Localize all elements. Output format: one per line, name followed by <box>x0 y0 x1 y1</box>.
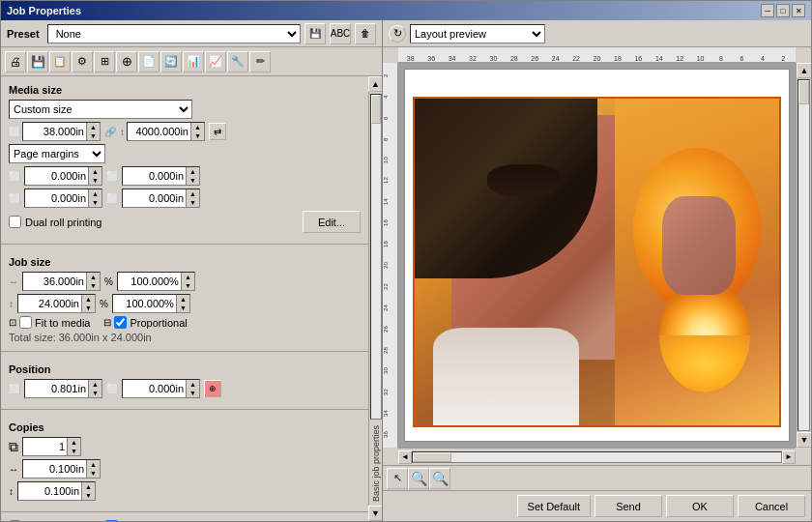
job-height-pct-input[interactable] <box>113 295 176 312</box>
job-width-down[interactable]: ▼ <box>86 281 100 290</box>
page-range-checkbox[interactable] <box>9 520 21 521</box>
h-gap-input[interactable] <box>23 460 86 478</box>
media-width-up[interactable]: ▲ <box>86 123 100 131</box>
copies-down[interactable]: ▼ <box>67 447 80 455</box>
job-height-pct-up[interactable]: ▲ <box>176 295 189 304</box>
v-gap-input[interactable] <box>18 482 81 500</box>
pos-y-down[interactable]: ▼ <box>186 389 199 397</box>
margin-left-up[interactable]: ▲ <box>186 189 199 198</box>
minimize-button[interactable]: ─ <box>761 4 774 17</box>
job-width-up[interactable]: ▲ <box>86 273 100 281</box>
margin-top-input[interactable] <box>25 167 88 185</box>
pos-y-input[interactable] <box>123 380 186 397</box>
h-scroll-left[interactable]: ◄ <box>398 450 412 464</box>
margin-left-icon: ⬜ <box>106 193 118 204</box>
tb-btn-1[interactable]: 🖨 <box>5 51 26 72</box>
tb-btn-4[interactable]: ⚙ <box>72 51 93 72</box>
copies-up[interactable]: ▲ <box>67 438 80 447</box>
close-button[interactable]: ✕ <box>792 4 805 17</box>
tb-btn-2[interactable]: 💾 <box>27 51 48 72</box>
scroll-down-btn[interactable]: ▼ <box>368 506 383 521</box>
preset-abc-btn[interactable]: ABC <box>330 23 351 44</box>
copies-input[interactable] <box>23 438 67 455</box>
tb-btn-8[interactable]: 🔄 <box>160 51 182 72</box>
job-width-input[interactable] <box>23 273 86 290</box>
media-section-title: Media size <box>9 84 361 96</box>
margin-left-input[interactable] <box>123 189 186 207</box>
h-scroll-right[interactable]: ► <box>782 450 796 464</box>
main-toolbar: 🖨 💾 📋 ⚙ ⊞ ⊕ 📄 🔄 📊 📈 🔧 ✏ <box>1 47 382 76</box>
margin-bottom-up[interactable]: ▲ <box>88 189 102 198</box>
preview-select[interactable]: Layout preview Print preview <box>410 24 545 44</box>
h-gap-up[interactable]: ▲ <box>86 460 100 469</box>
pos-x-up[interactable]: ▲ <box>88 380 102 389</box>
preset-delete-btn[interactable]: 🗑 <box>355 23 376 44</box>
v-scroll-down[interactable]: ▼ <box>797 432 811 448</box>
pos-anchor-btn[interactable]: ⊕ <box>204 380 221 397</box>
job-width-pct-spin: ▲ ▼ <box>117 272 195 291</box>
tb-btn-9[interactable]: 📊 <box>183 51 204 72</box>
preset-select[interactable]: None <box>47 24 301 44</box>
tb-btn-12[interactable]: ✏ <box>249 51 271 72</box>
pos-x-down[interactable]: ▼ <box>88 389 102 397</box>
select-tool-btn[interactable]: ↖ <box>387 468 408 489</box>
margin-bottom-down[interactable]: ▼ <box>88 198 102 207</box>
margin-right-up[interactable]: ▲ <box>186 167 199 176</box>
tb-btn-5[interactable]: ⊞ <box>94 51 115 72</box>
h-scroll-thumb[interactable] <box>413 452 451 462</box>
scroll-thumb[interactable] <box>371 95 381 124</box>
v-gap-up[interactable]: ▲ <box>81 482 95 491</box>
preset-bar: Preset None 💾 ABC 🗑 <box>1 20 382 47</box>
margin-bottom-input[interactable] <box>25 189 88 207</box>
media-height-down[interactable]: ▼ <box>190 131 204 140</box>
proportional-checkbox[interactable] <box>114 316 127 329</box>
media-height-up[interactable]: ▲ <box>190 123 204 131</box>
swap-dims-btn[interactable]: ⇄ <box>209 123 226 140</box>
media-size-select[interactable]: Custom size <box>9 100 192 119</box>
margin-right-input[interactable] <box>123 167 186 185</box>
maximize-button[interactable]: □ <box>776 4 790 17</box>
job-height-input[interactable] <box>18 295 81 312</box>
ok-button[interactable]: OK <box>666 495 734 517</box>
v-gap-down[interactable]: ▼ <box>81 491 95 500</box>
preview-refresh-btn[interactable]: ↻ <box>389 25 406 43</box>
job-height-pct-down[interactable]: ▼ <box>176 304 189 312</box>
job-height-down[interactable]: ▼ <box>81 304 95 312</box>
margin-top-down[interactable]: ▼ <box>88 176 102 185</box>
page-nesting-checkbox[interactable] <box>105 520 118 521</box>
margin-right-down[interactable]: ▼ <box>186 176 199 185</box>
tb-btn-6[interactable]: ⊕ <box>116 51 137 72</box>
tb-btn-3[interactable]: 📋 <box>49 51 71 72</box>
dual-roll-checkbox[interactable] <box>9 216 21 228</box>
margins-select[interactable]: Page margins <box>9 144 105 163</box>
set-default-button[interactable]: Set Default <box>517 495 591 517</box>
zoom-in-btn[interactable]: 🔍 <box>408 468 429 489</box>
pos-y-up[interactable]: ▲ <box>186 380 199 389</box>
tb-btn-7[interactable]: 📄 <box>138 51 160 72</box>
pos-x-input[interactable] <box>25 380 88 397</box>
cancel-button[interactable]: Cancel <box>738 495 805 517</box>
scroll-up-btn[interactable]: ▲ <box>368 76 383 92</box>
media-width-input[interactable] <box>23 123 86 140</box>
job-width-pct-up[interactable]: ▲ <box>181 273 194 281</box>
job-height-up[interactable]: ▲ <box>81 295 95 304</box>
v-scroll-thumb[interactable] <box>798 80 809 104</box>
media-height-input[interactable] <box>128 123 190 140</box>
preset-save-btn[interactable]: 💾 <box>304 23 326 44</box>
side-tab-label[interactable]: Basic job properties <box>370 421 382 506</box>
h-gap-down[interactable]: ▼ <box>86 469 100 478</box>
media-height-spin: ▲ ▼ <box>127 122 205 141</box>
tb-btn-11[interactable]: 🔧 <box>227 51 248 72</box>
tb-btn-10[interactable]: 📈 <box>205 51 226 72</box>
zoom-out-btn[interactable]: 🔍 <box>429 468 450 489</box>
job-width-pct-down[interactable]: ▼ <box>181 281 194 290</box>
fit-to-media-checkbox[interactable] <box>19 316 32 329</box>
margin-top-up[interactable]: ▲ <box>88 167 102 176</box>
margin-left-down[interactable]: ▼ <box>186 198 199 207</box>
send-button[interactable]: Send <box>594 495 662 517</box>
job-width-pct-input[interactable] <box>118 273 181 290</box>
v-scroll-up[interactable]: ▲ <box>797 63 811 78</box>
right-panel: ↻ Layout preview Print preview 38 36 34 … <box>383 20 811 521</box>
media-width-down[interactable]: ▼ <box>86 131 100 140</box>
edit-button[interactable]: Edit... <box>303 211 361 233</box>
